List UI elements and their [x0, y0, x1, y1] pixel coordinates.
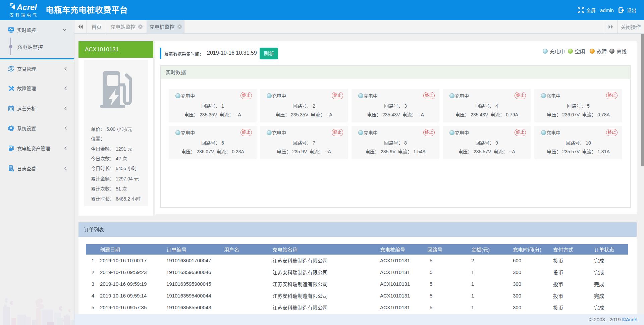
svg-text:¥: ¥	[10, 66, 12, 70]
